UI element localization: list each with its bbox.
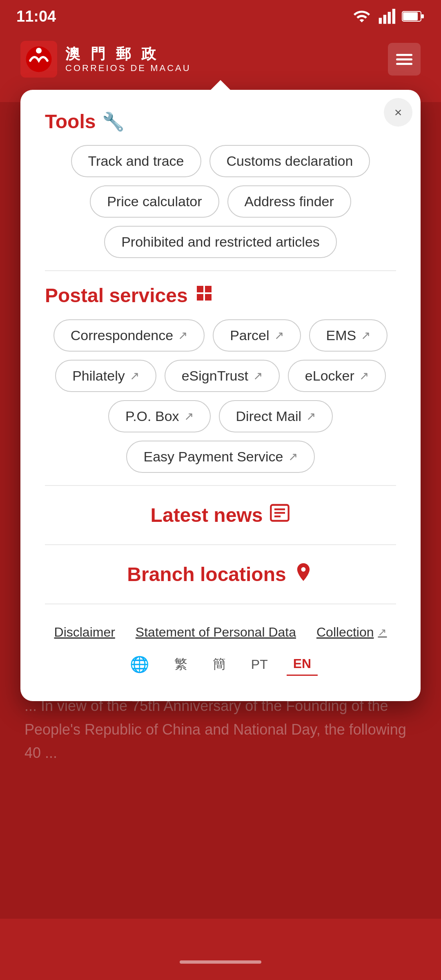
direct-mail-button[interactable]: Direct Mail ↗ [219, 400, 333, 432]
svg-rect-0 [379, 18, 382, 24]
close-icon: × [394, 105, 402, 120]
status-time: 11:04 [16, 8, 56, 25]
parcel-button[interactable]: Parcel ↗ [213, 319, 301, 352]
latest-news-label: Latest news [151, 504, 263, 526]
tools-icon: 🔧 [102, 111, 125, 132]
external-icon: ↗ [359, 369, 369, 383]
pobox-button[interactable]: P.O. Box ↗ [108, 400, 211, 432]
branch-locations-section: Branch locations [45, 557, 396, 591]
tools-label: Tools [45, 110, 96, 133]
latest-news-section: Latest news [45, 498, 396, 532]
esigntrust-button[interactable]: eSignTrust ↗ [165, 360, 280, 392]
battery-icon [402, 10, 425, 23]
external-icon: ↗ [306, 410, 316, 423]
correspondence-button[interactable]: Correspondence ↗ [53, 319, 205, 352]
lang-en-button[interactable]: EN [287, 653, 318, 676]
track-trace-button[interactable]: Track and trace [71, 145, 201, 177]
bottom-nav-indicator [180, 960, 261, 964]
wifi-icon [353, 7, 371, 25]
external-icon: ↗ [178, 329, 187, 342]
lang-globe-button[interactable]: 🌐 [123, 652, 156, 677]
external-icon: ↗ [184, 410, 194, 423]
external-icon: ↗ [288, 450, 298, 463]
disclaimer-label: Disclaimer [54, 625, 115, 640]
logo-sub-text: CORREIOS DE MACAU [65, 63, 191, 74]
branch-locations-button[interactable]: Branch locations [127, 561, 314, 587]
correios-logo-icon [24, 45, 53, 74]
divider-3 [45, 544, 396, 545]
signal-icon [377, 7, 395, 25]
price-calc-button[interactable]: Price calculator [90, 185, 219, 218]
divider-4 [45, 604, 396, 604]
ems-button[interactable]: EMS ↗ [309, 319, 388, 352]
app-logo [20, 41, 57, 78]
philately-button[interactable]: Philately ↗ [55, 360, 156, 392]
collection-label: Collection [316, 625, 374, 640]
tools-modal: × Tools 🔧 Track and trace Customs declar… [20, 90, 421, 701]
menu-button[interactable] [388, 43, 421, 76]
lang-simplified-button[interactable]: 簡 [206, 652, 232, 677]
language-switcher: 🌐 繁 簡 PT EN [45, 644, 396, 677]
disclaimer-link[interactable]: Disclaimer [54, 625, 115, 640]
divider-1 [45, 270, 396, 271]
external-icon: ↗ [274, 329, 284, 342]
collection-ext-icon: ↗ [378, 626, 387, 639]
svg-rect-1 [383, 15, 386, 24]
logo-main-text: 澳 門 郵 政 [65, 45, 191, 62]
customs-button[interactable]: Customs declaration [209, 145, 370, 177]
elocker-button[interactable]: eLocker ↗ [288, 360, 386, 392]
logo-text-block: 澳 門 郵 政 CORREIOS DE MACAU [65, 45, 191, 73]
external-icon: ↗ [361, 329, 370, 342]
status-bar: 11:04 [0, 0, 441, 33]
status-icons [353, 7, 425, 25]
address-finder-button[interactable]: Address finder [227, 185, 351, 218]
collection-link[interactable]: Collection ↗ [316, 625, 387, 640]
svg-rect-2 [388, 12, 391, 24]
postal-services-grid: Correspondence ↗ Parcel ↗ EMS ↗ Philatel… [45, 319, 396, 473]
external-icon: ↗ [130, 369, 139, 383]
easy-payment-button[interactable]: Easy Payment Service ↗ [126, 441, 314, 473]
lang-traditional-button[interactable]: 繁 [168, 652, 194, 677]
logo-area: 澳 門 郵 政 CORREIOS DE MACAU [20, 41, 191, 78]
branch-locations-label: Branch locations [127, 563, 286, 586]
personal-data-link[interactable]: Statement of Personal Data [136, 625, 296, 640]
news-icon [269, 502, 290, 528]
postal-section-title: Postal services [45, 283, 396, 307]
divider-2 [45, 485, 396, 486]
footer-links: Disclaimer Statement of Personal Data Co… [45, 617, 396, 644]
svg-rect-5 [403, 12, 418, 20]
personal-data-label: Statement of Personal Data [136, 625, 296, 640]
latest-news-button[interactable]: Latest news [151, 502, 291, 528]
svg-rect-6 [421, 14, 424, 18]
prohibited-button[interactable]: Prohibited and restricted articles [104, 226, 337, 258]
svg-point-8 [36, 48, 42, 53]
lang-pt-button[interactable]: PT [245, 654, 274, 675]
external-icon: ↗ [253, 369, 263, 383]
close-button[interactable]: × [384, 98, 412, 127]
app-header: 澳 門 郵 政 CORREIOS DE MACAU [0, 33, 441, 86]
location-icon [293, 561, 314, 587]
tools-section-title: Tools 🔧 [45, 110, 396, 133]
postal-label: Postal services [45, 284, 188, 307]
tools-grid: Track and trace Customs declaration Pric… [45, 145, 396, 258]
postal-icon [194, 283, 214, 307]
svg-rect-3 [392, 9, 395, 24]
